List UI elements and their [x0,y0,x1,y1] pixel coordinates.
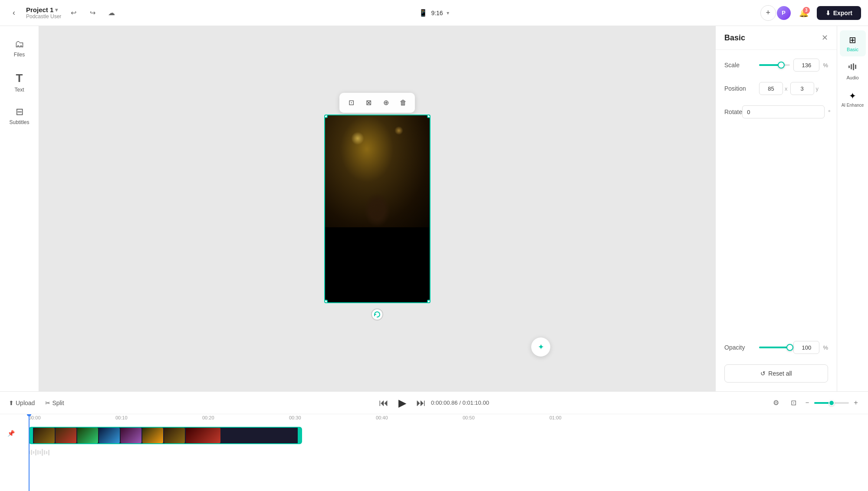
sidebar-item-files[interactable]: 🗂 Files [4,33,35,63]
zoom-in-button[interactable]: ＋ [852,398,859,407]
export-button[interactable]: ⬇ Export [817,6,861,20]
position-controls: x y [759,82,828,95]
position-x-input[interactable] [759,82,783,95]
timeline-playhead[interactable] [29,414,30,491]
position-x-group: x [759,82,788,95]
bottom-area: ⬆ Upload ✂ Split ⏮ ▶ ⏭ 0:00:00.86 / 0:01… [0,391,868,491]
resize-handle-tl[interactable] [324,115,328,118]
ruler-mark-4: 00:40 [376,415,388,420]
opacity-slider-track[interactable] [759,347,790,348]
clip-inner [33,428,298,443]
upload-button[interactable]: ⬆ Upload [9,399,35,406]
basic-icon: ⊞ [849,35,856,45]
fit-button[interactable]: ⊡ [786,396,800,410]
scale-controls: % [759,59,828,72]
video-clip[interactable] [29,427,302,444]
opacity-slider-thumb[interactable] [786,344,793,351]
add-button[interactable]: + [760,5,776,21]
playback-left: ⬆ Upload ✂ Split [9,399,64,406]
waveform-row [29,448,868,457]
clip-thumb-6 [142,428,163,443]
svg-rect-3 [855,65,856,69]
opacity-input[interactable] [793,341,819,354]
rewind-button[interactable]: ⏮ [379,397,388,409]
clip-handle-right[interactable] [298,428,301,443]
delete-button[interactable]: 🗑 [396,95,411,110]
add-element-button[interactable]: ⊕ [378,95,393,110]
resize-handle-tr[interactable] [427,115,431,118]
reset-all-button[interactable]: ↺ Reset all [724,364,828,383]
waveform-bar [42,449,43,456]
rotate-input[interactable] [742,105,825,118]
zoom-slider-track[interactable] [814,402,849,404]
panel-close-button[interactable]: ✕ [822,33,828,43]
device-selector[interactable]: 📱 9:16 ▾ [419,9,449,17]
crop-button[interactable]: ⊡ [344,95,358,110]
position-y-input[interactable] [790,82,814,95]
clip-thumb-4 [99,428,120,443]
resize-handle-br[interactable] [427,300,431,303]
timeline-settings-button[interactable]: ⚙ [769,396,783,410]
right-panel: Basic ✕ Scale % Position [715,26,837,391]
audio-label: Audio [846,75,858,80]
split-icon: ✂ [45,399,50,406]
rotate-unit: ° [828,109,830,115]
rotate-controls: ° [742,105,830,118]
canvas-area: ⊡ ⊠ ⊕ 🗑 [39,26,715,391]
svg-rect-0 [848,65,850,68]
zoom-slider-thumb[interactable] [829,400,835,406]
far-right-audio[interactable]: Audio [840,58,866,84]
upload-icon: ⬆ [9,399,14,406]
undo-button[interactable]: ↩ [66,6,80,20]
ai-enhance-icon: ✦ [849,91,856,101]
project-name[interactable]: Project 1 ▾ [26,6,61,13]
zoom-out-button[interactable]: － [804,398,811,407]
sidebar-item-text[interactable]: T Text [4,67,35,97]
far-right-ai-enhance[interactable]: ✦ AI Enhance [840,86,866,112]
timeline-main: 00:00 00:10 00:20 00:30 00:40 00:50 01:0… [22,414,868,491]
opacity-controls: % [759,341,828,354]
trim-button[interactable]: ⊠ [361,95,376,110]
back-button[interactable]: ‹ [7,6,21,20]
waveform-bar [39,451,41,454]
waveform-bar [48,450,49,455]
playback-center: ⏮ ▶ ⏭ 0:00:00.86 / 0:01:10.00 [379,394,489,412]
timeline-gutter: 📌 [0,414,22,491]
far-right-basic[interactable]: ⊞ Basic [840,30,866,56]
notification-bell[interactable]: 🔔 3 [796,5,812,21]
timeline: 📌 00:00 00:10 00:20 00:30 00:40 00:50 01… [0,414,868,491]
scale-slider-thumb[interactable] [778,62,785,69]
magic-button[interactable]: ✦ [531,337,550,357]
waveform-bar [35,449,36,455]
redo-button[interactable]: ↪ [85,6,99,20]
position-row: Position x y [724,82,828,95]
panel-title: Basic [724,33,745,43]
clip-thumb-7 [164,428,185,443]
play-button[interactable]: ▶ [394,394,411,412]
scale-unit: % [823,62,828,69]
ruler-mark-5: 00:50 [463,415,475,420]
resize-handle-bl[interactable] [324,300,328,303]
clip-thumb-1 [34,428,55,443]
sidebar-item-subtitles[interactable]: ⊟ Subtitles [4,101,35,131]
waveform-bar [33,451,34,454]
clip-handle-left[interactable] [30,428,33,443]
timeline-pin-icon: 📌 [7,430,15,437]
topbar-actions: + P 🔔 3 ⬇ Export [760,5,861,21]
rotate-handle[interactable] [371,308,383,321]
opacity-slider-fill [759,347,790,348]
scale-input[interactable] [793,59,819,72]
split-button[interactable]: ✂ Split [45,399,64,406]
subtitles-icon: ⊟ [16,106,23,118]
forward-button[interactable]: ⏭ [416,397,426,409]
project-user: Podcastle User [26,13,61,20]
video-container[interactable]: ⊡ ⊠ ⊕ 🗑 [324,115,431,303]
basic-label: Basic [847,47,858,52]
files-icon: 🗂 [15,39,24,50]
panel-body: Scale % Position x [716,50,837,391]
cloud-save-button[interactable]: ☁ [105,6,118,20]
rotate-row: Rotate ° [724,105,828,118]
upload-label: Upload [16,399,35,406]
ruler-mark-2: 00:20 [202,415,214,420]
scale-slider-track[interactable] [759,64,790,66]
